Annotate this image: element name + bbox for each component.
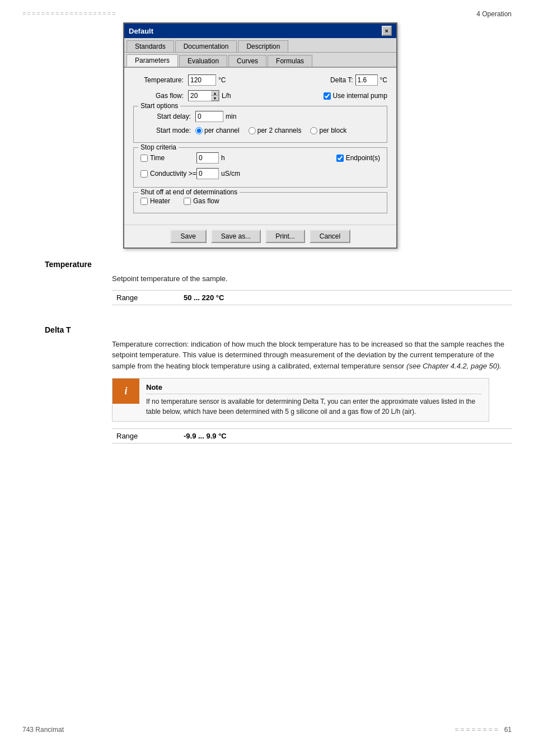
delta-t-label: Delta T: — [330, 76, 353, 84]
radio-per-2-channels[interactable]: per 2 channels — [249, 127, 302, 134]
heater-checkbox[interactable] — [140, 198, 148, 205]
delta-t-description: Temperature correction: indication of ho… — [22, 339, 512, 372]
radio-per-block-input[interactable] — [310, 127, 317, 134]
gas-flow-input[interactable] — [189, 91, 211, 100]
use-internal-pump-checkbox[interactable] — [324, 92, 331, 100]
start-delay-label: Start delay: — [140, 113, 191, 120]
cancel-button[interactable]: Cancel — [310, 230, 350, 243]
time-row: Time h Endpoint(s) — [140, 152, 380, 164]
gas-flow-shut-checkbox-container[interactable]: Gas flow — [184, 197, 219, 205]
temperature-section: Temperature Setpoint temperature of the … — [22, 249, 512, 305]
start-options-label: Start options — [138, 102, 180, 110]
conductivity-input[interactable] — [196, 168, 219, 179]
note-title: Note — [146, 383, 482, 394]
tab-documentation[interactable]: Documentation — [175, 40, 237, 52]
radio-per-channel-label: per channel — [204, 127, 240, 134]
delta-t-unit: °C — [380, 76, 387, 84]
tabs-row1: Standards Documentation Description — [124, 38, 396, 53]
spinner-down[interactable]: ▼ — [211, 96, 219, 101]
temperature-range-value: 50 ... 220 °C — [179, 290, 512, 305]
endpoint-label: Endpoint(s) — [346, 154, 380, 162]
radio-per-channel[interactable]: per channel — [195, 127, 240, 134]
time-unit: h — [221, 154, 225, 162]
radio-per-channel-input[interactable] — [195, 127, 203, 134]
tab-curves[interactable]: Curves — [228, 55, 266, 67]
temperature-range-table: Range 50 ... 220 °C — [112, 290, 512, 305]
close-button[interactable]: × — [382, 26, 392, 36]
tab-standards[interactable]: Standards — [127, 40, 174, 52]
radio-per-block-label: per block — [319, 127, 346, 134]
start-mode-radio-group: per channel per 2 channels per block — [195, 127, 346, 134]
gas-flow-row: Gas flow: ▲ ▼ L/h Use internal pump — [133, 90, 387, 101]
endpoint-checkbox-container[interactable]: Endpoint(s) — [336, 154, 380, 162]
spinner-up[interactable]: ▲ — [211, 91, 219, 96]
shut-off-row: Heater Gas flow — [140, 197, 380, 205]
gas-flow-label: Gas flow: — [133, 92, 184, 100]
tab-description[interactable]: Description — [238, 40, 288, 52]
radio-per-block[interactable]: per block — [310, 127, 346, 134]
temperature-row: Temperature: °C Delta T: °C — [133, 74, 387, 86]
dialog-title: Default — [129, 27, 153, 35]
time-checkbox-container[interactable]: Time — [140, 154, 196, 162]
dialog-default: Default × Standards Documentation Descri… — [123, 22, 397, 249]
conductivity-row: Conductivity >= uS/cm — [140, 168, 380, 179]
endpoint-checkbox[interactable] — [336, 155, 344, 162]
stop-criteria-label: Stop criteria — [138, 143, 179, 151]
start-mode-label: Start mode: — [140, 127, 191, 134]
gas-flow-unit: L/h — [222, 92, 231, 100]
delta-t-description-ref: (see Chapter 4.4.2, page 50). — [406, 362, 502, 370]
start-delay-input[interactable] — [195, 111, 223, 122]
time-checkbox[interactable] — [140, 155, 148, 162]
spinner-buttons: ▲ ▼ — [211, 91, 219, 101]
footer-product: 743 Rancimat — [22, 726, 64, 734]
temperature-range-label: Range — [112, 290, 179, 305]
header-section: 4 Operation — [476, 10, 512, 18]
tab-formulas[interactable]: Formulas — [268, 55, 312, 67]
tab-evaluation[interactable]: Evaluation — [179, 55, 227, 67]
heater-checkbox-container[interactable]: Heater — [140, 197, 170, 205]
header-dots: ==================== — [22, 10, 116, 18]
delta-t-input[interactable] — [355, 74, 378, 86]
radio-per-2-channels-input[interactable] — [249, 127, 256, 134]
note-icon: i — [113, 379, 139, 404]
start-options-group: Start options Start delay: min Start mod… — [133, 106, 387, 143]
tab-parameters[interactable]: Parameters — [127, 54, 178, 67]
gas-flow-spinner[interactable]: ▲ ▼ — [188, 90, 219, 101]
heater-label: Heater — [150, 197, 170, 205]
shut-off-group: Shut off at end of determinations Heater… — [133, 192, 387, 213]
note-box: i Note If no temperature sensor is avail… — [112, 378, 489, 422]
main-content: Default × Standards Documentation Descri… — [0, 22, 534, 444]
gas-flow-shut-label: Gas flow — [193, 197, 219, 205]
page-footer: 743 Rancimat ======== 61 — [0, 715, 534, 745]
time-label: Time — [150, 154, 165, 162]
temperature-unit: °C — [218, 76, 226, 84]
save-as-button[interactable]: Save as... — [211, 230, 261, 243]
footer-dots: ======== — [455, 726, 500, 734]
conductivity-unit: uS/cm — [221, 170, 240, 178]
dialog-footer: Save Save as... Print... Cancel — [124, 225, 396, 248]
gas-flow-shut-checkbox[interactable] — [184, 198, 191, 205]
print-button[interactable]: Print... — [265, 230, 305, 243]
use-internal-pump-container[interactable]: Use internal pump — [324, 92, 387, 100]
conductivity-checkbox-container[interactable]: Conductivity >= — [140, 170, 196, 178]
stop-criteria-group: Stop criteria Time h Endpoint(s) — [133, 147, 387, 188]
time-input[interactable] — [196, 152, 219, 164]
page-number: ======== 61 — [455, 726, 512, 734]
temperature-input[interactable] — [188, 74, 216, 86]
delta-t-range-value: -9.9 ... 9.9 °C — [179, 429, 512, 444]
dialog-body: Temperature: °C Delta T: °C Gas flow: ▲ … — [124, 68, 396, 225]
conductivity-checkbox[interactable] — [140, 170, 148, 178]
start-mode-row: Start mode: per channel per 2 channels — [140, 127, 380, 134]
dialog-titlebar: Default × — [124, 24, 396, 38]
delta-t-heading: Delta T — [22, 325, 512, 334]
page-header: ==================== 4 Operation — [0, 0, 534, 22]
use-internal-pump-label: Use internal pump — [333, 92, 387, 100]
radio-per-2-channels-label: per 2 channels — [257, 127, 302, 134]
note-content: Note If no temperature sensor is availab… — [139, 379, 489, 421]
temperature-label: Temperature: — [133, 76, 184, 84]
delta-t-range-table: Range -9.9 ... 9.9 °C — [112, 428, 512, 444]
temperature-heading: Temperature — [22, 260, 512, 269]
footer-page: 61 — [504, 726, 512, 734]
save-button[interactable]: Save — [170, 230, 207, 243]
note-text: If no temperature sensor is available fo… — [146, 396, 482, 417]
